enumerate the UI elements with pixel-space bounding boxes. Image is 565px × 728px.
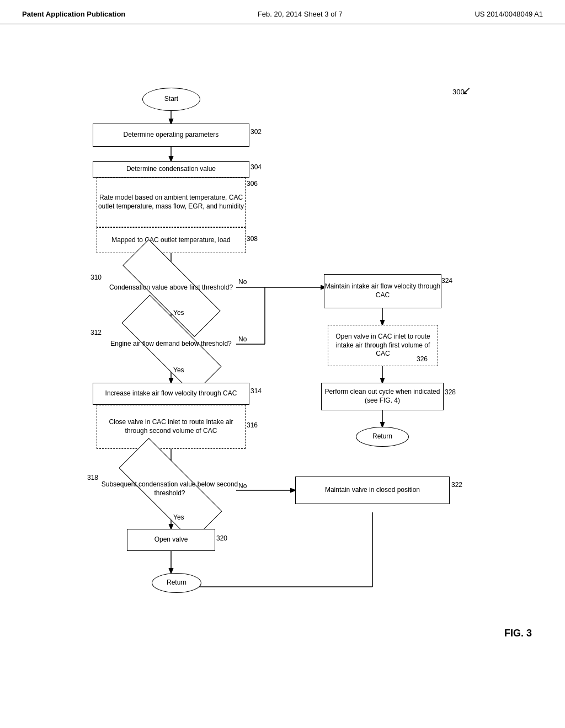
header-patent-number: US 2014/0048049 A1 [475,10,543,18]
node-302: Determine operating parameters [93,124,249,147]
ref-316: 316 [247,421,258,429]
label-no-310: No [238,278,247,286]
node-320: Open valve [127,529,215,551]
ref-302: 302 [250,128,262,136]
ref-304: 304 [250,163,262,171]
ref-310: 310 [90,274,102,281]
label-yes-318: Yes [173,513,184,521]
node-318: Subsequent condensation value below seco… [97,468,243,510]
ref-320: 320 [216,534,227,542]
label-yes-310: Yes [173,309,184,317]
node-328: Perform clean out cycle when indicated (… [321,383,444,410]
header-publication-label: Patent Application Publication [22,10,125,18]
label-no-312: No [238,335,247,343]
ref-306: 306 [247,180,258,188]
page-header: Patent Application Publication Feb. 20, … [0,0,565,24]
node-316: Close valve in CAC inlet to route intake… [97,405,246,449]
ref-322: 322 [451,481,462,489]
ref-324: 324 [441,277,452,285]
node-304-outer: Determine condensation value [93,161,249,178]
node-322: Maintain valve in closed position [295,477,450,504]
page: Patent Application Publication Feb. 20, … [0,0,565,728]
ref-328: 328 [445,388,456,396]
start-shape: Start [142,88,200,111]
node-314: Increase intake air flow velocity throug… [93,383,249,405]
ref-312: 312 [90,329,102,336]
arrows-svg [0,24,565,719]
figure-label: FIG. 3 [504,628,532,639]
ref-314: 314 [250,387,262,395]
ref-308: 308 [247,235,258,243]
node-324-outer: Maintain intake air flow velocity throug… [324,274,441,308]
node-310: Condensation value above first threshold… [99,270,243,306]
figure-ref-300: 300 ↙ [452,84,471,97]
diagram-area: 300 ↙ Start Determine operating paramete… [0,24,565,719]
node-308: Mapped to CAC outlet temperature, load [97,227,246,253]
return1-shape: Return [356,427,409,447]
label-yes-312: Yes [173,366,184,374]
node-312: Engine air flow demand below threshold? [99,325,243,363]
return2-shape: Return [152,573,201,593]
header-date-sheet: Feb. 20, 2014 Sheet 3 of 7 [258,10,343,18]
node-306: Rate model based on ambient temperature,… [97,178,246,227]
ref-326: 326 [417,355,428,363]
